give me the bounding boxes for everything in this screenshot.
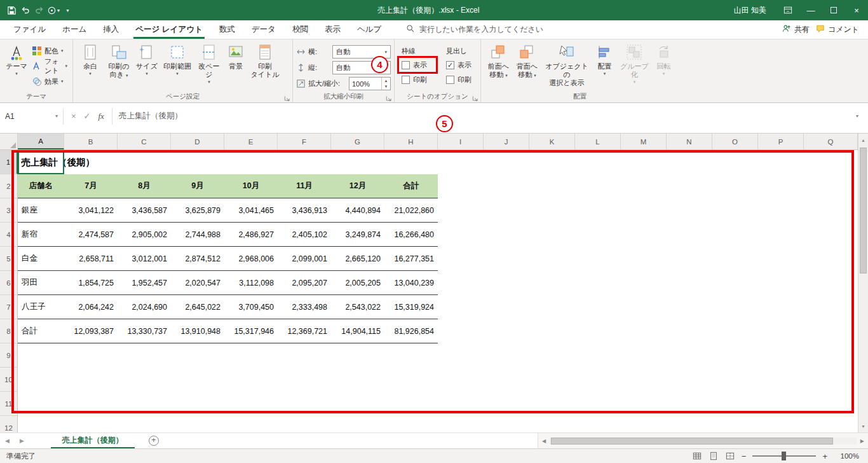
column-header-H[interactable]: H — [384, 134, 438, 149]
row-header-9[interactable]: 9 — [0, 343, 18, 368]
tab-挿入[interactable]: 挿入 — [95, 20, 127, 39]
column-header-I[interactable]: I — [438, 134, 484, 149]
save-icon[interactable] — [5, 3, 18, 18]
cell[interactable]: 13,330,737 — [118, 319, 171, 343]
touch-mode-icon[interactable]: ▾ — [47, 3, 60, 18]
row-header-12[interactable]: 12 — [0, 416, 18, 432]
cell[interactable]: 2,333,498 — [278, 295, 331, 319]
cell[interactable]: 3,112,098 — [224, 271, 278, 294]
cell[interactable]: 15,317,946 — [224, 319, 278, 343]
bring-forward-button[interactable]: 前面へ 移動 ▾ — [484, 41, 513, 91]
column-header-E[interactable]: E — [224, 134, 278, 149]
tab-ホーム[interactable]: ホーム — [54, 20, 95, 39]
ribbon-display-options-icon[interactable] — [776, 0, 799, 20]
zoom-slider-thumb[interactable] — [782, 452, 786, 460]
hscroll-track[interactable] — [550, 438, 857, 445]
spinner-arrows[interactable]: ▲▼ — [381, 78, 390, 90]
cancel-icon[interactable]: × — [71, 111, 76, 121]
cell[interactable]: 新宿 — [18, 223, 64, 246]
background-button[interactable]: 背景 — [224, 41, 248, 91]
column-header-L[interactable]: L — [575, 134, 621, 149]
horizontal-scrollbar[interactable]: ◀ ▶ — [538, 433, 868, 448]
cell[interactable]: 9月 — [171, 174, 224, 198]
print-area-button[interactable]: 印刷範囲 ▾ — [160, 41, 194, 91]
margins-button[interactable]: 余白 ▾ — [76, 41, 104, 91]
customize-qat-icon[interactable]: ▾ — [61, 3, 74, 18]
send-backward-button[interactable]: 背面へ 移動 ▾ — [513, 41, 541, 91]
vscroll-track[interactable] — [858, 146, 868, 420]
cell[interactable]: 2,474,587 — [64, 223, 118, 246]
page-setup-dialog-launcher[interactable] — [283, 93, 291, 100]
row-header-8[interactable]: 8 — [0, 319, 18, 343]
themes-button[interactable]: テーマ ▾ — [3, 41, 30, 91]
column-header-Q[interactable]: Q — [804, 134, 858, 149]
zoom-in-button[interactable]: + — [822, 452, 827, 461]
normal-view-icon[interactable] — [692, 451, 702, 461]
cell-A1[interactable]: 売上集計（後期） — [21, 150, 95, 174]
scroll-left-icon[interactable]: ◀ — [538, 438, 550, 444]
scroll-right-icon[interactable]: ▶ — [857, 438, 868, 444]
tab-ページ レイアウト[interactable]: ページ レイアウト — [127, 20, 211, 39]
scale-height-select[interactable]: 自動▾ — [332, 61, 391, 74]
column-header-A[interactable]: A — [18, 134, 64, 149]
zoom-out-button[interactable]: − — [742, 452, 747, 461]
cell[interactable]: 4,440,894 — [331, 198, 384, 222]
row-header-1[interactable]: 1 — [0, 150, 18, 174]
cell[interactable]: 合計 — [18, 319, 64, 343]
row-header-2[interactable]: 2 — [0, 174, 18, 198]
cell[interactable]: 16,266,480 — [384, 223, 438, 246]
share-button[interactable]: 共有 — [782, 24, 810, 35]
cell[interactable]: 2,645,022 — [171, 295, 224, 319]
headings-view-checkbox[interactable]: ✓ 表示 — [446, 59, 479, 71]
tab-ヘルプ[interactable]: ヘルプ — [349, 20, 390, 39]
selection-pane-button[interactable]: オブジェクトの 選択と表示 — [541, 41, 592, 91]
cell[interactable]: 2,024,690 — [118, 295, 171, 319]
rotate-button[interactable]: 回転 ▾ — [652, 41, 675, 91]
breaks-button[interactable]: 改ページ ▾ — [194, 41, 224, 91]
group-button[interactable]: グループ化 ▾ — [617, 41, 652, 91]
cell[interactable]: 3,041,122 — [64, 198, 118, 222]
cell[interactable]: 3,249,874 — [331, 223, 384, 246]
tab-数式[interactable]: 数式 — [211, 20, 243, 39]
cell[interactable]: 2,099,001 — [278, 247, 331, 270]
row-header-10[interactable]: 10 — [0, 368, 18, 392]
cell[interactable]: 2,905,002 — [118, 223, 171, 246]
cell[interactable]: 16,277,351 — [384, 247, 438, 270]
cell[interactable]: 2,095,207 — [278, 271, 331, 294]
cell[interactable]: 8月 — [118, 174, 171, 198]
theme-effects-button[interactable]: 効果▾ — [30, 74, 69, 89]
cell[interactable]: 1,854,725 — [64, 271, 118, 294]
row-header-6[interactable]: 6 — [0, 271, 18, 295]
cell[interactable]: 1,952,457 — [118, 271, 171, 294]
cell[interactable]: 2,486,927 — [224, 223, 278, 246]
column-header-K[interactable]: K — [529, 134, 575, 149]
row-header-7[interactable]: 7 — [0, 295, 18, 319]
cell[interactable]: 3,012,001 — [118, 247, 171, 270]
cell[interactable]: 3,436,913 — [278, 198, 331, 222]
cell[interactable]: 12,093,387 — [64, 319, 118, 343]
comments-button[interactable]: コメント — [816, 24, 859, 35]
scroll-down-icon[interactable]: ▼ — [858, 420, 868, 432]
cell[interactable]: 2,005,205 — [331, 271, 384, 294]
cell[interactable]: 銀座 — [18, 198, 64, 222]
cell[interactable]: 2,874,512 — [171, 247, 224, 270]
cell[interactable]: 2,064,242 — [64, 295, 118, 319]
cell[interactable]: 2,744,988 — [171, 223, 224, 246]
gridlines-view-checkbox[interactable]: ✓ 表示 4 — [402, 59, 437, 71]
orientation-button[interactable]: 印刷の 向き ▾ — [104, 41, 133, 91]
name-box-caret-icon[interactable]: ▾ — [55, 113, 58, 119]
insert-function-icon[interactable]: fx — [98, 111, 104, 121]
scroll-up-icon[interactable]: ▲ — [858, 134, 868, 146]
cell[interactable]: 21,022,860 — [384, 198, 438, 222]
column-header-B[interactable]: B — [64, 134, 118, 149]
page-break-view-icon[interactable] — [725, 451, 735, 461]
vertical-scrollbar[interactable]: ▲ ▼ — [858, 134, 868, 432]
select-all-button[interactable] — [0, 134, 18, 149]
align-button[interactable]: 配置 ▾ — [592, 41, 617, 91]
cell[interactable]: 12,369,721 — [278, 319, 331, 343]
sheet-nav-right-icon[interactable]: ▶ — [15, 438, 29, 444]
tab-ファイル[interactable]: ファイル — [5, 20, 54, 39]
row-header-3[interactable]: 3 — [0, 198, 18, 223]
headings-print-checkbox[interactable]: ✓ 印刷 — [446, 74, 479, 85]
cell[interactable]: 14,904,115 — [331, 319, 384, 343]
